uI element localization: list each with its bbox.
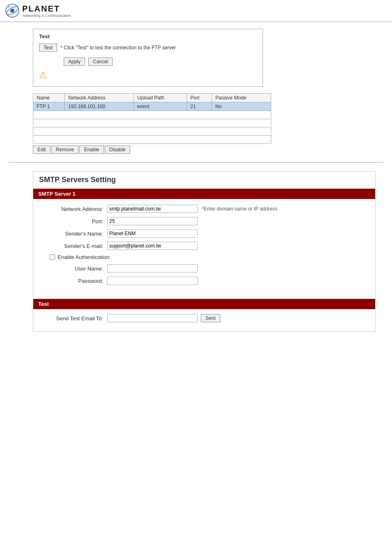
network-address-row: Network Address: *Enter domain name or I… (42, 205, 367, 213)
enable-auth-checkbox[interactable] (50, 254, 55, 260)
ftp-test-row: Test * Click "Test" to test the connecti… (39, 44, 257, 52)
svg-text:●: ● (8, 5, 9, 8)
senders-name-input[interactable] (107, 229, 198, 238)
ftp-test-button[interactable]: Test (39, 44, 57, 52)
port-input[interactable] (107, 217, 198, 225)
ftp-cancel-button[interactable]: Cancel (88, 58, 113, 66)
section-divider (8, 162, 384, 163)
logo-subtext: Networking & Communication (22, 14, 71, 18)
table-row[interactable]: FTP 1 192.168.101.100 event 21 No (33, 102, 271, 111)
enable-auth-row: Enable Authentication: (42, 254, 367, 260)
sent-button[interactable]: Sent (201, 314, 220, 322)
smtp-body: Network Address: *Enter domain name or I… (33, 199, 375, 295)
col-upload-path: Upload Path (134, 94, 187, 102)
senders-email-row: Sender's E-mail: (42, 242, 367, 250)
smtp-section: SMTP Servers Setting SMTP Server 1 Netwo… (33, 171, 376, 332)
logo-text: PLANET (22, 4, 71, 14)
remove-button[interactable]: Remove (51, 146, 79, 154)
page-header: ● PLANET Networking & Communication (0, 0, 392, 22)
senders-email-input[interactable] (107, 242, 198, 250)
username-label: User Name: (42, 266, 107, 272)
col-port: Port (187, 94, 212, 102)
ftp-apply-button[interactable]: Apply (64, 58, 85, 66)
port-label: Port: (42, 218, 107, 224)
logo: ● PLANET Networking & Communication (5, 3, 71, 18)
ftp-table-buttons: Edit Remove Enable Disable (33, 146, 271, 154)
disable-button[interactable]: Disable (105, 146, 130, 154)
smtp-server-header: SMTP Server 1 (33, 189, 375, 199)
smtp-test-body: Send Test Email To: Sent (33, 309, 375, 331)
col-network-address: Network Address (65, 94, 134, 102)
warning-icon: ⚠ (39, 70, 257, 81)
enable-button[interactable]: Enable (79, 146, 104, 154)
ftp-table-section: Name Network Address Upload Path Port Pa… (33, 93, 271, 154)
senders-name-label: Sender's Name: (42, 231, 107, 237)
send-test-row: Send Test Email To: Sent (42, 314, 367, 322)
ftp-test-hint: * Click "Test" to test the connection to… (60, 45, 176, 51)
network-address-label: Network Address: (42, 206, 107, 212)
senders-name-row: Sender's Name: (42, 229, 367, 238)
ftp-apply-cancel-row: Apply Cancel (39, 58, 257, 66)
col-passive-mode: Passive Mode (212, 94, 271, 102)
cell-port: 21 (187, 102, 212, 111)
username-row: User Name: (42, 264, 367, 273)
ftp-test-title: Test (39, 33, 257, 39)
enable-auth-label: Enable Authentication: (58, 254, 111, 260)
smtp-test-header: Test (33, 299, 375, 309)
password-input[interactable] (107, 277, 198, 285)
ftp-table: Name Network Address Upload Path Port Pa… (33, 93, 271, 144)
cell-passive-mode: No (212, 102, 271, 111)
send-test-input[interactable] (107, 314, 198, 322)
col-name: Name (33, 94, 65, 102)
edit-button[interactable]: Edit (33, 146, 51, 154)
senders-email-label: Sender's E-mail: (42, 243, 107, 249)
cell-upload-path: event (134, 102, 187, 111)
cell-network-address: 192.168.101.100 (65, 102, 134, 111)
password-label: Password: (42, 278, 107, 284)
svg-point-2 (10, 9, 14, 13)
ftp-table-header-row: Name Network Address Upload Path Port Pa… (33, 94, 271, 102)
port-row: Port: (42, 217, 367, 225)
cell-name: FTP 1 (33, 102, 65, 111)
send-test-label: Send Test Email To: (42, 315, 107, 321)
network-address-input[interactable] (107, 205, 198, 213)
planet-logo-icon: ● (5, 3, 20, 18)
password-row: Password: (42, 277, 367, 285)
smtp-main-title: SMTP Servers Setting (33, 171, 375, 189)
network-address-hint: *Enter domain name or IP address (202, 206, 277, 212)
username-input[interactable] (107, 264, 198, 273)
ftp-test-section: Test Test * Click "Test" to test the con… (33, 29, 263, 87)
